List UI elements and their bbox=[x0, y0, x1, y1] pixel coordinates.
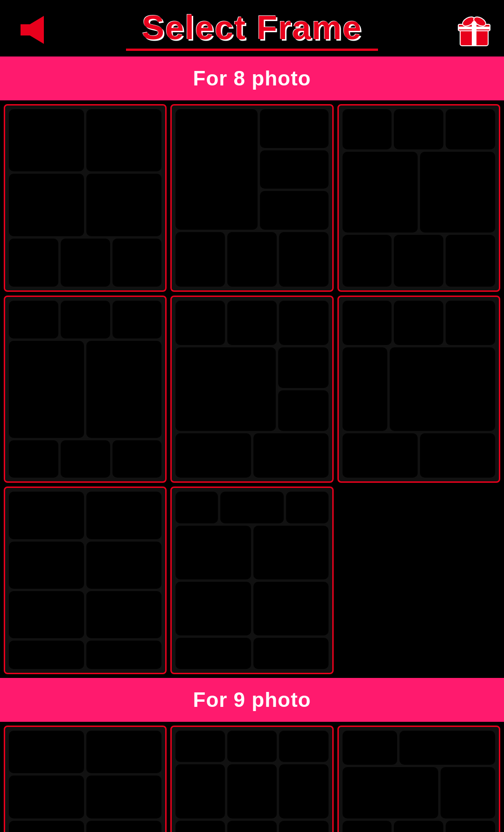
section-label-9photo: For 9 photo bbox=[0, 678, 504, 722]
frame-8-8[interactable] bbox=[170, 487, 333, 674]
frame-8-4[interactable] bbox=[4, 296, 167, 483]
title-underline bbox=[126, 49, 378, 51]
frame-8-6[interactable] bbox=[337, 296, 500, 483]
app-header: Select Frame bbox=[0, 0, 504, 56]
frames-grid-9photo bbox=[0, 722, 504, 832]
frames-grid-8photo bbox=[0, 100, 504, 678]
section-label-8photo: For 8 photo bbox=[0, 56, 504, 100]
svg-rect-1 bbox=[21, 24, 35, 35]
frame-8-1[interactable] bbox=[4, 104, 167, 292]
frame-9-1[interactable] bbox=[4, 726, 167, 832]
frame-9-2[interactable] bbox=[170, 726, 333, 832]
gift-button[interactable] bbox=[455, 11, 493, 49]
frame-8-5[interactable] bbox=[170, 296, 333, 483]
page-title: Select Frame bbox=[142, 8, 362, 47]
frame-empty bbox=[337, 487, 500, 674]
frame-8-7[interactable] bbox=[4, 487, 167, 674]
back-button[interactable] bbox=[11, 11, 49, 49]
frame-8-3[interactable] bbox=[337, 104, 500, 292]
frame-8-2[interactable] bbox=[170, 104, 333, 292]
svg-rect-5 bbox=[458, 27, 490, 29]
frame-9-3[interactable] bbox=[337, 726, 500, 832]
svg-point-8 bbox=[472, 21, 476, 26]
